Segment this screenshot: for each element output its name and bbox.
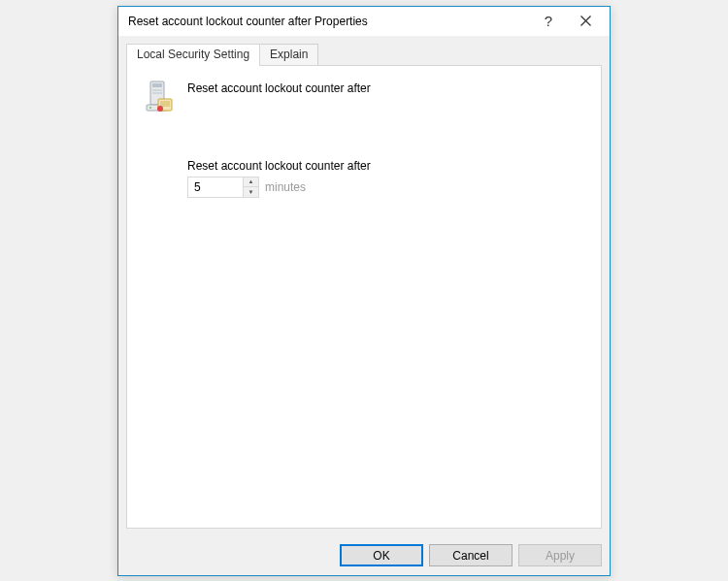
dialog-footer: OK Cancel Apply (118, 536, 610, 575)
setting-label: Reset account lockout counter after (187, 159, 583, 173)
spin-buttons: ▲ ▼ (243, 178, 258, 197)
spin-up-button[interactable]: ▲ (244, 178, 258, 188)
policy-name: Reset account lockout counter after (187, 80, 371, 95)
tab-local-security-setting[interactable]: Local Security Setting (126, 44, 260, 66)
cancel-button[interactable]: Cancel (429, 544, 513, 566)
tabstrip: Local Security Setting Explain (126, 44, 602, 65)
unit-label: minutes (265, 180, 306, 194)
close-button[interactable] (567, 8, 604, 35)
spin-down-button[interactable]: ▼ (244, 187, 258, 197)
minutes-input[interactable] (188, 178, 243, 197)
tab-panel: Reset account lockout counter after Rese… (126, 65, 602, 529)
apply-button: Apply (518, 544, 602, 566)
svg-rect-5 (152, 92, 162, 94)
titlebar: Reset account lockout counter after Prop… (118, 7, 610, 36)
ok-button[interactable]: OK (340, 544, 423, 566)
tab-explain[interactable]: Explain (260, 44, 318, 65)
policy-header: Reset account lockout counter after (145, 80, 583, 114)
security-policy-icon (145, 80, 176, 114)
spinner-row: ▲ ▼ minutes (187, 177, 583, 198)
svg-rect-3 (152, 83, 162, 87)
svg-point-12 (157, 106, 163, 112)
svg-point-7 (149, 107, 151, 109)
client-area: Local Security Setting Explain (118, 36, 610, 536)
help-button[interactable]: ? (530, 8, 567, 35)
minutes-spinner: ▲ ▼ (187, 177, 259, 198)
dialog-title: Reset account lockout counter after Prop… (128, 15, 530, 28)
close-icon (580, 16, 591, 26)
svg-rect-4 (152, 89, 162, 91)
properties-dialog: Reset account lockout counter after Prop… (117, 6, 611, 576)
